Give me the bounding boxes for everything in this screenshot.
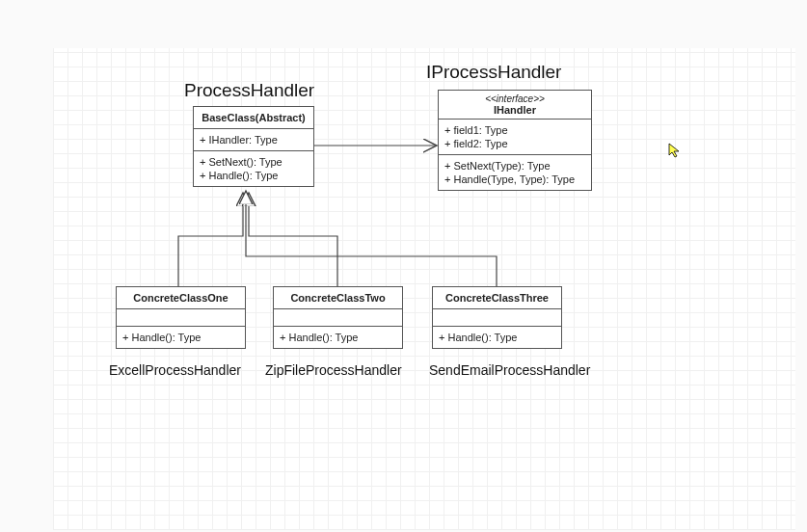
class-fields: + field1: Type + field2: Type <box>439 119 591 154</box>
label-sendemail: SendEmailProcessHandler <box>429 362 590 378</box>
class-fields: + IHandler: Type <box>194 128 313 150</box>
class-methods: + Handle(): Type <box>117 326 245 348</box>
class-methods: + Handle(): Type <box>274 326 402 348</box>
class-baseclass[interactable]: BaseClass(Abstract) + IHandler: Type + S… <box>193 106 314 187</box>
method: + Handle(): Type <box>439 331 555 344</box>
label-zip: ZipFileProcessHandler <box>265 362 402 378</box>
class-fields-empty <box>117 308 245 326</box>
method: + SetNext(): Type <box>200 155 308 169</box>
class-header: <<interface>> IHandler <box>439 91 591 119</box>
class-title: BaseClass(Abstract) <box>194 107 313 128</box>
cursor-icon <box>668 143 684 158</box>
label-excell: ExcellProcessHandler <box>109 362 241 378</box>
class-ihandler[interactable]: <<interface>> IHandler + field1: Type + … <box>438 90 592 191</box>
field: + field2: Type <box>444 137 585 150</box>
class-concrete-two[interactable]: ConcreteClassTwo + Handle(): Type <box>273 286 403 349</box>
field: + field1: Type <box>444 123 585 137</box>
class-title: ConcreteClassTwo <box>274 287 402 308</box>
diagram-canvas[interactable]: ProcessHandler IProcessHandler BaseClass… <box>53 48 795 530</box>
method: + Handle(): Type <box>280 331 396 344</box>
label-process-handler: ProcessHandler <box>184 80 314 101</box>
label-iprocess-handler: IProcessHandler <box>426 62 561 83</box>
class-concrete-three[interactable]: ConcreteClassThree + Handle(): Type <box>432 286 562 349</box>
method: + SetNext(Type): Type <box>444 159 585 173</box>
class-title: IHandler <box>444 104 585 116</box>
stereotype: <<interface>> <box>444 93 585 104</box>
field: + IHandler: Type <box>200 133 308 146</box>
class-methods: + SetNext(Type): Type + Handle(Type, Typ… <box>439 154 591 190</box>
method: + Handle(): Type <box>200 169 308 182</box>
method: + Handle(Type, Type): Type <box>444 173 585 186</box>
class-title: ConcreteClassThree <box>433 287 561 308</box>
class-fields-empty <box>433 308 561 326</box>
class-fields-empty <box>274 308 402 326</box>
class-methods: + Handle(): Type <box>433 326 561 348</box>
method: + Handle(): Type <box>122 331 239 344</box>
class-title: ConcreteClassOne <box>117 287 245 308</box>
class-methods: + SetNext(): Type + Handle(): Type <box>194 150 313 186</box>
class-concrete-one[interactable]: ConcreteClassOne + Handle(): Type <box>116 286 246 349</box>
